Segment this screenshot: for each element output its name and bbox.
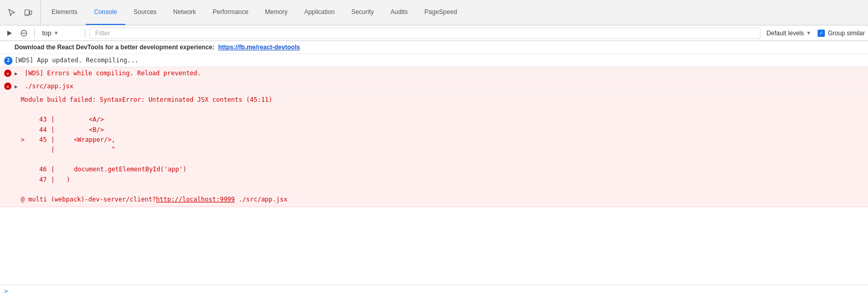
code-line-47: 47 | ) xyxy=(21,175,864,185)
tab-sources[interactable]: Sources xyxy=(125,0,165,25)
tab-performance[interactable]: Performance xyxy=(204,0,257,25)
row-icon-wds-update: 2 xyxy=(4,56,15,65)
default-levels-button[interactable]: Default levels ▼ xyxy=(762,29,816,38)
toolbar-divider-1 xyxy=(34,29,35,38)
console-output: Download the React DevTools for a better… xyxy=(0,41,868,285)
tab-security[interactable]: Security xyxy=(343,0,382,25)
error2-icon: ✕ xyxy=(4,83,11,90)
levels-chevron-icon: ▼ xyxy=(806,30,811,36)
tab-network[interactable]: Network xyxy=(165,0,204,25)
toolbar-divider-2 xyxy=(85,29,85,38)
group-similar-checkbox-row[interactable]: ✓ Group similar xyxy=(818,30,865,37)
group-similar-checkbox[interactable]: ✓ xyxy=(818,30,825,37)
filter-container xyxy=(89,28,760,39)
row-content-error1: ▶ [WDS] Errors while compiling. Reload p… xyxy=(15,69,864,78)
tab-bar: Elements Console Sources Network Perform… xyxy=(0,0,868,25)
tab-memory[interactable]: Memory xyxy=(257,0,296,25)
error1-expander[interactable]: ▶ xyxy=(15,70,21,77)
context-chevron-icon: ▼ xyxy=(54,30,59,36)
console-row-wds-update: 2 [WDS] App updated. Recompiling... xyxy=(0,54,868,67)
context-selector[interactable]: top ▼ xyxy=(39,28,81,38)
console-row-error1: ✕ ▶ [WDS] Errors while compiling. Reload… xyxy=(0,67,868,80)
tab-pagespeed[interactable]: PageSpeed xyxy=(416,0,466,25)
code-line-caret: | ^ xyxy=(21,145,864,155)
cursor-icon[interactable] xyxy=(4,5,19,20)
tab-audits[interactable]: Audits xyxy=(382,0,416,25)
error2-expander[interactable]: ▶ xyxy=(15,83,21,90)
tab-console[interactable]: Console xyxy=(86,0,125,25)
row-icon-error2: ✕ xyxy=(4,82,15,90)
devtools-link[interactable]: https://fb.me/react-devtools xyxy=(218,44,300,51)
console-row-devtools: Download the React DevTools for a better… xyxy=(0,41,868,54)
console-input[interactable] xyxy=(11,288,864,295)
code-line-44: 44 | <B/> xyxy=(21,125,864,135)
tab-application[interactable]: Application xyxy=(296,0,343,25)
filter-input[interactable] xyxy=(92,28,758,38)
code-line-46: 46 | document.getElementById('app') xyxy=(21,165,864,174)
checkmark-icon: ✓ xyxy=(819,30,823,36)
console-prompt-row: > xyxy=(0,285,868,297)
device-icon[interactable] xyxy=(21,5,35,20)
wds-badge: 2 xyxy=(4,57,12,65)
execute-context-button[interactable] xyxy=(3,27,16,39)
code-line-43: 43 | <A/> xyxy=(21,115,864,125)
code-line-45: > 45 | <Wrapper/>, xyxy=(21,135,864,145)
row-icon-error1: ✕ xyxy=(4,69,15,77)
row-icon-devtools xyxy=(4,43,15,44)
error1-icon: ✕ xyxy=(4,70,11,77)
error-detail-block: Module build failed: SyntaxError: Unterm… xyxy=(0,93,868,207)
localhost-link[interactable]: http://localhost:9999 xyxy=(156,196,235,203)
row-content-error2-file: ▶ ./src/app.jsx xyxy=(15,82,864,91)
svg-marker-3 xyxy=(7,31,12,36)
multi-line-row: @ multi (webpack)-dev-server/client?http… xyxy=(21,195,864,205)
devtools-icons xyxy=(4,0,41,25)
clear-console-button[interactable] xyxy=(18,27,30,39)
row-content-wds-update: [WDS] App updated. Recompiling... xyxy=(15,56,864,65)
svg-rect-1 xyxy=(30,11,32,15)
row-content-devtools: Download the React DevTools for a better… xyxy=(15,43,864,52)
console-row-error2-file: ✕ ▶ ./src/app.jsx xyxy=(0,80,868,93)
tab-elements[interactable]: Elements xyxy=(43,0,86,25)
error-detail-lines: Module build failed: SyntaxError: Unterm… xyxy=(0,93,868,207)
devtools-bold-text: Download the React DevTools for a better… xyxy=(15,44,215,51)
prompt-arrow-icon: > xyxy=(4,288,8,295)
error-detail-text: Module build failed: SyntaxError: Unterm… xyxy=(21,95,864,105)
console-toolbar: top ▼ Default levels ▼ ✓ Group similar xyxy=(0,25,868,41)
